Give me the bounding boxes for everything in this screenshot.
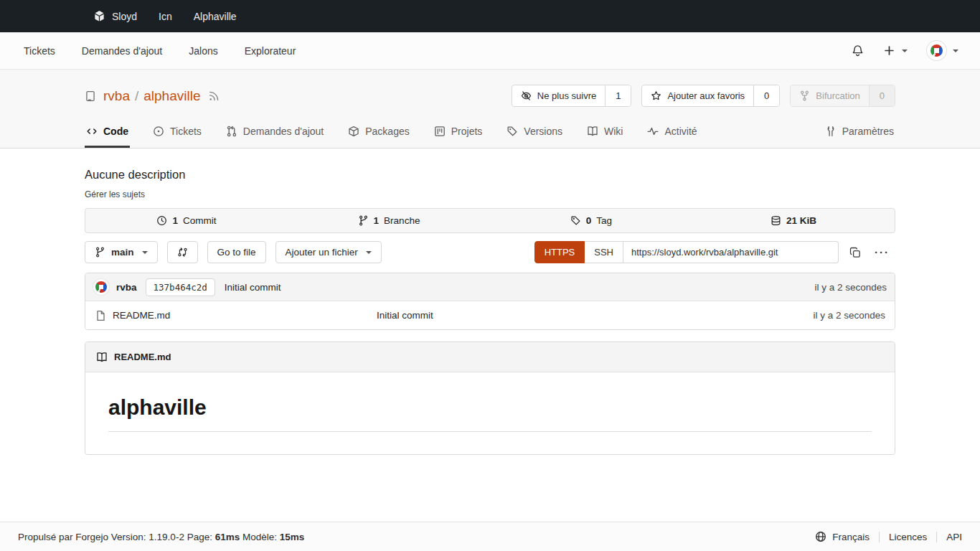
tab-projects[interactable]: Projets <box>433 118 484 148</box>
nav-item-demandes[interactable]: Demandes d'ajout <box>82 45 162 57</box>
forks-count: 0 <box>870 85 895 106</box>
nav-item-explorateur[interactable]: Explorateur <box>245 45 296 57</box>
file-commit-message[interactable]: Initial commit <box>377 310 433 321</box>
branch-icon <box>95 247 105 258</box>
sloyd-logo-icon <box>93 10 105 22</box>
tab-wiki[interactable]: Wiki <box>585 118 624 148</box>
page-footer: Propulsé par Forgejo Version: 1.19.0-2 P… <box>0 522 980 551</box>
repo-owner-link[interactable]: rvba <box>103 88 130 104</box>
goto-file-button[interactable]: Go to file <box>207 241 266 263</box>
tab-settings[interactable]: Paramètres <box>824 118 895 148</box>
fork-icon <box>799 90 810 101</box>
chevron-down-icon <box>902 50 908 52</box>
history-icon <box>156 215 167 226</box>
readme-heading: alphaville <box>108 395 872 432</box>
stat-branches[interactable]: 1 Branche <box>288 215 490 226</box>
navbar-right-controls <box>852 41 958 60</box>
repo-title-row: rvba / alphaville Ne plus suivre 1 Ajout… <box>85 70 895 107</box>
repo-separator: / <box>135 88 138 104</box>
eye-off-icon <box>521 90 532 101</box>
tools-icon <box>825 126 837 137</box>
readme-filename: README.md <box>114 352 171 362</box>
repo-icon <box>85 90 96 102</box>
add-file-dropdown[interactable]: Ajouter un fichier <box>275 241 382 263</box>
book-icon <box>96 352 108 363</box>
more-options-button[interactable]: ··· <box>869 243 895 261</box>
nav-item-jalons[interactable]: Jalons <box>189 45 217 57</box>
stat-commits[interactable]: 1 Commit <box>85 215 288 226</box>
language-selector[interactable]: Français <box>806 531 879 542</box>
stat-tags[interactable]: 0 Tag <box>490 215 692 226</box>
clone-panel: HTTPS SSH ··· <box>534 241 895 263</box>
repo-description: Aucune description <box>85 168 895 182</box>
pulse-icon <box>647 126 659 137</box>
repo-content: Aucune description Gérer les sujets 1 Co… <box>0 168 980 455</box>
nav-item-tickets[interactable]: Tickets <box>24 45 55 57</box>
latest-commit-row: rvba 137b464c2d Initial commit il y a 2 … <box>85 273 895 301</box>
notifications-button[interactable] <box>852 44 864 57</box>
code-toolbar: main Go to file Ajouter un fichier HTTPS… <box>85 241 895 263</box>
copy-icon <box>849 247 861 258</box>
unwatch-label: Ne plus suivre <box>537 90 596 101</box>
commit-hash[interactable]: 137b464c2d <box>146 278 215 296</box>
code-icon <box>86 126 98 137</box>
star-label: Ajouter aux favoris <box>667 90 745 101</box>
fork-label: Bifurcation <box>816 90 859 101</box>
compare-icon <box>177 247 188 258</box>
main-navbar: Tickets Demandes d'ajout Jalons Explorat… <box>0 32 980 70</box>
readme-panel: README.md alphaville <box>85 342 895 455</box>
unwatch-button[interactable]: Ne plus suivre 1 <box>512 85 632 107</box>
star-icon <box>651 90 661 101</box>
clone-url-input[interactable] <box>623 241 839 263</box>
commit-message[interactable]: Initial commit <box>225 282 281 293</box>
issue-icon <box>153 126 164 137</box>
readme-body: alphaville <box>85 372 895 454</box>
tab-tickets[interactable]: Tickets <box>151 118 203 148</box>
chevron-down-icon <box>142 251 148 254</box>
tab-pull-requests[interactable]: Demandes d'ajout <box>225 118 325 148</box>
tab-releases[interactable]: Versions <box>505 118 564 148</box>
stat-size[interactable]: 21 KiB <box>692 215 895 226</box>
create-new-dropdown[interactable] <box>883 44 908 57</box>
rss-icon[interactable] <box>208 90 220 102</box>
commit-author-name[interactable]: rvba <box>116 282 137 293</box>
star-button[interactable]: Ajouter aux favoris 0 <box>641 85 780 107</box>
stars-count[interactable]: 0 <box>754 85 779 106</box>
repo-stats-bar: 1 Commit 1 Branche 0 Tag 21 KiB <box>85 208 895 233</box>
licenses-link[interactable]: Licences <box>880 532 936 542</box>
api-link[interactable]: API <box>937 532 962 542</box>
tab-activity[interactable]: Activité <box>646 118 698 148</box>
footer-page-time: 61ms <box>215 532 240 542</box>
branch-icon <box>358 215 369 226</box>
site-logo[interactable]: Sloyd <box>93 10 137 22</box>
user-menu-dropdown[interactable] <box>927 41 958 60</box>
ssh-protocol-button[interactable]: SSH <box>585 241 623 263</box>
topbar-link-alphaville[interactable]: Alphaville <box>194 11 237 22</box>
repo-name-link[interactable]: alphaville <box>143 88 200 104</box>
chevron-down-icon <box>366 251 372 254</box>
manage-topics-link[interactable]: Gérer les sujets <box>85 189 895 199</box>
file-list-panel: rvba 137b464c2d Initial commit il y a 2 … <box>85 273 895 330</box>
copy-url-button[interactable] <box>845 242 865 263</box>
commit-author-avatar[interactable] <box>93 279 109 295</box>
watchers-count[interactable]: 1 <box>606 85 631 106</box>
book-icon <box>587 126 598 137</box>
site-logo-label: Sloyd <box>112 11 137 22</box>
plus-icon <box>883 44 895 57</box>
topbar-link-icn[interactable]: Icn <box>159 11 172 22</box>
tab-packages[interactable]: Packages <box>347 118 410 148</box>
compare-button[interactable] <box>167 241 198 263</box>
commit-time: il y a 2 secondes <box>814 282 887 293</box>
https-protocol-button[interactable]: HTTPS <box>534 241 585 263</box>
chevron-down-icon <box>953 50 958 52</box>
globe-icon <box>815 531 826 542</box>
footer-template-time: 15ms <box>280 532 305 542</box>
fork-button: Bifurcation 0 <box>790 85 895 107</box>
file-name-link[interactable]: README.md <box>113 310 377 321</box>
project-icon <box>434 126 446 137</box>
database-icon <box>771 215 781 226</box>
branch-selector[interactable]: main <box>85 241 158 263</box>
repo-action-buttons: Ne plus suivre 1 Ajouter aux favoris 0 B… <box>512 85 895 107</box>
tab-code[interactable]: Code <box>85 118 130 148</box>
footer-powered-by: Propulsé par Forgejo Version: 1.19.0-2 P… <box>18 532 304 542</box>
